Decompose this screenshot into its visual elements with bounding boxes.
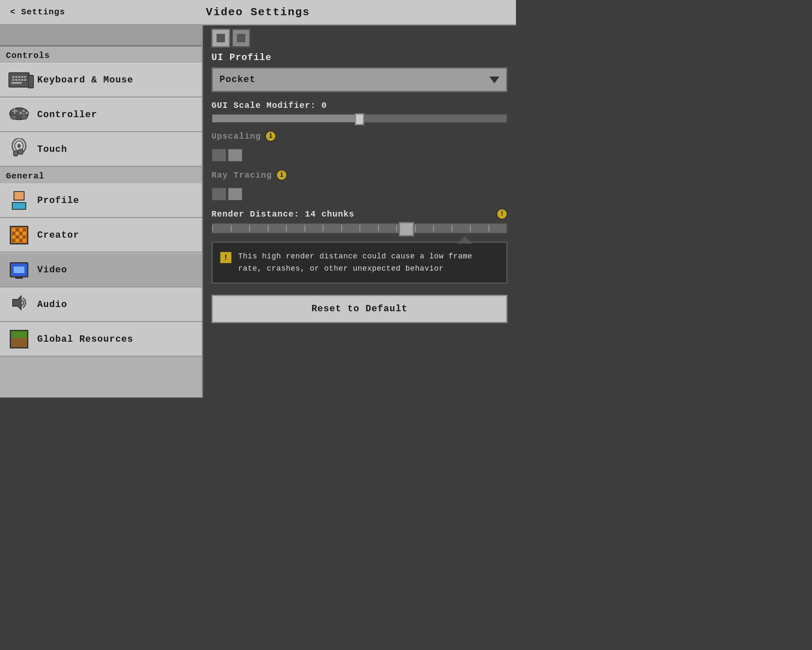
warning-icon: ! bbox=[219, 251, 232, 264]
profile-label: Profile bbox=[37, 195, 79, 206]
tick-7 bbox=[323, 225, 341, 232]
gui-scale-slider[interactable] bbox=[211, 114, 508, 123]
sidebar-item-profile[interactable]: Profile bbox=[0, 184, 202, 218]
render-distance-label: Render Distance: 14 chunks bbox=[211, 209, 354, 219]
gui-scale-fill bbox=[212, 115, 359, 122]
video-icon bbox=[8, 260, 30, 280]
main-layout: Controls Keyboard & bbox=[0, 25, 516, 398]
back-button[interactable]: < Settings bbox=[10, 7, 65, 17]
sidebar-item-creator[interactable]: Creator bbox=[0, 218, 202, 253]
creator-icon-graphic bbox=[10, 226, 28, 244]
upscaling-toggle-on[interactable] bbox=[228, 148, 243, 162]
header: < Settings Video Settings bbox=[0, 0, 516, 25]
right-panel: UI Profile Pocket GUI Scale Modifier: 0 … bbox=[203, 25, 516, 398]
svg-marker-15 bbox=[13, 296, 21, 310]
ray-tracing-row: Ray Tracing i bbox=[211, 170, 508, 181]
svg-point-5 bbox=[19, 112, 22, 114]
svg-rect-2 bbox=[14, 108, 15, 114]
keyboard-mouse-label: Keyboard & Mouse bbox=[37, 75, 133, 85]
dropdown-arrow-icon bbox=[489, 77, 499, 83]
upscaling-info-icon[interactable]: i bbox=[265, 131, 276, 142]
ui-profile-dropdown[interactable]: Pocket bbox=[211, 67, 508, 92]
ray-tracing-label-group: Ray Tracing i bbox=[211, 170, 287, 181]
grass-icon-graphic bbox=[10, 330, 28, 348]
svg-rect-13 bbox=[19, 149, 23, 154]
render-distance-warning-icon[interactable]: ! bbox=[497, 208, 508, 219]
warning-text: This high render distance could cause a … bbox=[238, 250, 499, 275]
ray-tracing-info-icon[interactable]: i bbox=[276, 170, 287, 181]
sidebar-item-controller[interactable]: Controller bbox=[0, 98, 202, 132]
render-distance-slider[interactable] bbox=[211, 223, 508, 234]
sidebar-item-video[interactable]: Video bbox=[0, 253, 202, 288]
controls-section-label: Controls bbox=[0, 47, 202, 63]
sidebar-item-keyboard-mouse[interactable]: Keyboard & Mouse bbox=[0, 63, 202, 98]
tick-10 bbox=[378, 225, 397, 232]
tick-16 bbox=[488, 225, 507, 232]
video-label: Video bbox=[37, 265, 67, 275]
controller-icon bbox=[8, 105, 30, 124]
tick-1 bbox=[212, 225, 231, 232]
tab-2-inner bbox=[237, 34, 245, 42]
svg-point-4 bbox=[25, 112, 28, 114]
creator-icon bbox=[8, 225, 30, 245]
tab-2[interactable] bbox=[232, 29, 250, 47]
reset-to-default-button[interactable]: Reset to Default bbox=[211, 295, 508, 323]
tick-14 bbox=[452, 225, 470, 232]
tick-13 bbox=[433, 225, 452, 232]
video-icon-graphic bbox=[10, 262, 28, 277]
svg-point-11 bbox=[17, 144, 21, 148]
tick-5 bbox=[286, 225, 304, 232]
page-title: Video Settings bbox=[206, 6, 310, 19]
sidebar-item-global-resources[interactable]: Global Resources bbox=[0, 322, 202, 357]
audio-label: Audio bbox=[37, 299, 67, 310]
controller-icon-graphic bbox=[8, 104, 30, 125]
sidebar-top-bar bbox=[0, 25, 202, 47]
tick-2 bbox=[231, 225, 250, 232]
touch-icon bbox=[8, 140, 30, 159]
ray-tracing-toggle-on[interactable] bbox=[228, 187, 243, 201]
tab-1-inner bbox=[217, 34, 225, 42]
upscaling-label-group: Upscaling i bbox=[211, 131, 276, 142]
tick-15 bbox=[470, 225, 488, 232]
global-resources-icon bbox=[8, 329, 30, 349]
profile-icon-graphic bbox=[10, 191, 28, 210]
tick-12 bbox=[415, 225, 433, 232]
controller-label: Controller bbox=[37, 110, 97, 120]
creator-label: Creator bbox=[37, 230, 79, 241]
tick-9 bbox=[359, 225, 378, 232]
touch-label: Touch bbox=[37, 144, 67, 155]
ray-tracing-toggle-off[interactable] bbox=[211, 187, 227, 201]
sidebar: Controls Keyboard & bbox=[0, 25, 203, 398]
keyboard-icon-graphic bbox=[8, 72, 30, 88]
tab-1[interactable] bbox=[211, 29, 230, 47]
global-resources-label: Global Resources bbox=[37, 334, 133, 345]
sidebar-item-audio[interactable]: Audio bbox=[0, 288, 202, 322]
tick-8 bbox=[341, 225, 360, 232]
gui-scale-thumb[interactable] bbox=[355, 113, 364, 125]
keyboard-mouse-icon bbox=[8, 70, 30, 90]
svg-point-7 bbox=[11, 115, 17, 119]
svg-point-3 bbox=[22, 110, 25, 112]
ray-tracing-label: Ray Tracing bbox=[211, 170, 272, 180]
render-distance-header: Render Distance: 14 chunks ! bbox=[211, 208, 508, 219]
svg-rect-12 bbox=[14, 151, 18, 156]
ui-profile-title: UI Profile bbox=[211, 52, 508, 63]
audio-icon bbox=[8, 295, 30, 314]
gui-scale-label: GUI Scale Modifier: 0 bbox=[211, 101, 508, 110]
profile-icon bbox=[8, 191, 30, 210]
upscaling-toggle-group bbox=[211, 148, 508, 162]
tick-6 bbox=[304, 225, 323, 232]
ray-tracing-toggle-group bbox=[211, 187, 508, 201]
audio-icon-graphic bbox=[9, 294, 29, 315]
tick-4 bbox=[268, 225, 286, 232]
svg-point-8 bbox=[21, 115, 27, 119]
warning-box: ! This high render distance could cause … bbox=[211, 241, 508, 284]
ui-profile-value: Pocket bbox=[219, 74, 255, 85]
tabs-row bbox=[211, 25, 508, 52]
sidebar-item-touch[interactable]: Touch bbox=[0, 132, 202, 167]
upscaling-label: Upscaling bbox=[211, 132, 261, 141]
general-section-label: General bbox=[0, 167, 202, 184]
upscaling-toggle-off[interactable] bbox=[211, 148, 227, 162]
tick-3 bbox=[249, 225, 268, 232]
render-distance-thumb[interactable] bbox=[399, 222, 414, 236]
